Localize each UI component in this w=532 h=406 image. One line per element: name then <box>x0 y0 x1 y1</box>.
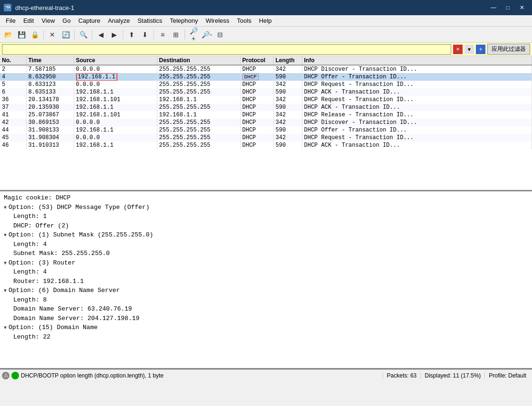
status-profile: Profile: Default <box>484 372 530 379</box>
cell-no: 6 <box>0 88 26 96</box>
toolbar-sep-1 <box>43 29 44 40</box>
menu-item-analyze[interactable]: Analyze <box>104 16 134 25</box>
menu-item-telephony[interactable]: Telephony <box>166 16 202 25</box>
minimize-button[interactable]: — <box>487 3 500 12</box>
col-header-source[interactable]: Source <box>74 56 157 65</box>
status-packets: Packets: 63 <box>383 372 421 379</box>
status-displayed: Displayed: 11 (17.5%) <box>420 372 484 379</box>
cell-destination: 255.255.255.255 <box>157 126 240 134</box>
toolbar-detail[interactable]: ⊞ <box>170 28 182 41</box>
toolbar-close[interactable]: 🔒 <box>29 28 41 41</box>
table-row[interactable]: 36 20.134178 192.168.1.101 192.168.1.1 D… <box>0 96 532 104</box>
toolbar-zoom-out[interactable]: 🔎- <box>201 28 213 41</box>
expand-arrow-icon: ▼ <box>4 325 7 330</box>
cell-protocol: DHCP <box>240 65 273 73</box>
toolbar-sep-3 <box>92 29 92 40</box>
menu-item-wireless[interactable]: Wireless <box>202 16 233 25</box>
toolbar-search[interactable]: 🔍 <box>77 28 89 41</box>
toolbar-save[interactable]: 💾 <box>15 28 28 41</box>
col-header-info[interactable]: Info <box>302 56 532 65</box>
filter-clear-button[interactable]: ✕ <box>453 45 463 54</box>
menu-item-view[interactable]: View <box>38 16 58 25</box>
cell-destination: 255.255.255.255 <box>157 104 240 111</box>
toolbar-sep-2 <box>74 29 75 40</box>
expand-arrow-icon: ▼ <box>4 261 7 266</box>
cell-info: DHCP Request - Transaction ID... <box>302 96 532 104</box>
table-row[interactable]: 41 25.073867 192.168.1.101 192.168.1.1 D… <box>0 111 532 119</box>
cell-destination: 255.255.255.255 <box>157 81 240 88</box>
cell-length: 342 <box>273 96 302 104</box>
cell-protocol: DHCP <box>240 111 273 119</box>
menubar: FileEditViewGoCaptureAnalyzeStatisticsTe… <box>0 15 532 27</box>
toolbar-next[interactable]: ▶ <box>108 28 120 41</box>
col-header-destination[interactable]: Destination <box>157 56 240 65</box>
menu-item-help[interactable]: Help <box>255 16 276 25</box>
table-row[interactable]: 42 30.869153 0.0.0.0 255.255.255.255 DHC… <box>0 119 532 126</box>
status-ok-icon <box>11 372 19 379</box>
cell-info: DHCP ACK - Transaction ID... <box>302 88 532 96</box>
close-button[interactable]: ✕ <box>516 3 528 12</box>
titlebar-controls: — □ ✕ <box>487 3 528 12</box>
cell-time: 8.633123 <box>26 81 74 88</box>
menu-item-edit[interactable]: Edit <box>19 16 38 25</box>
menu-item-capture[interactable]: Capture <box>75 16 104 25</box>
cell-no: 4 <box>0 73 26 81</box>
status-right: Packets: 63 Displayed: 11 (17.5%) Profil… <box>383 372 530 379</box>
menu-item-tools[interactable]: Tools <box>233 16 255 25</box>
cell-source: 192.168.1.1 <box>74 104 157 111</box>
detail-text-line: Length: 1 <box>13 212 528 221</box>
maximize-button[interactable]: □ <box>502 3 514 12</box>
proto-badge: DHCP <box>242 74 259 80</box>
menu-item-statistics[interactable]: Statistics <box>134 16 166 25</box>
cell-source: 192.168.1.1 <box>74 73 157 81</box>
table-row[interactable]: 45 31.908304 0.0.0.0 255.255.255.255 DHC… <box>0 134 532 142</box>
col-header-length[interactable]: Length <box>273 56 302 65</box>
toolbar-up[interactable]: ⬆ <box>126 28 138 41</box>
table-row[interactable]: 44 31.908133 192.168.1.1 255.255.255.255… <box>0 126 532 134</box>
cell-no: 44 <box>0 126 26 134</box>
col-header-no[interactable]: No. <box>0 56 26 65</box>
detail-expandable-line[interactable]: ▼Option: (6) Domain Name Server <box>4 286 528 295</box>
detail-expandable-line[interactable]: ▼Option: (3) Router <box>4 258 528 268</box>
packet-list[interactable]: No. Time Source Destination Protocol Len… <box>0 56 532 191</box>
toolbar-stop[interactable]: ✕ <box>46 28 58 41</box>
table-row[interactable]: 4 8.632950 192.168.1.1 255.255.255.255 D… <box>0 73 532 81</box>
toolbar-open[interactable]: 📂 <box>2 28 14 41</box>
window-title: dhcp-ethereal-trace-1 <box>15 4 74 11</box>
filter-history-button[interactable]: ▾ <box>464 45 474 54</box>
detail-expandable-line[interactable]: ▼Option: (1) Subnet Mask (255.255.255.0) <box>4 230 528 240</box>
menu-item-go[interactable]: Go <box>58 16 74 25</box>
cell-no: 41 <box>0 111 26 119</box>
cell-time: 20.135930 <box>26 104 74 111</box>
cell-no: 45 <box>0 134 26 142</box>
menu-item-file[interactable]: File <box>2 16 19 25</box>
table-row[interactable]: 37 20.135930 192.168.1.1 255.255.255.255… <box>0 104 532 111</box>
toolbar-down[interactable]: ⬇ <box>139 28 151 41</box>
titlebar: 🦈 dhcp-ethereal-trace-1 — □ ✕ <box>0 0 532 15</box>
toolbar-list[interactable]: ≡ <box>156 28 169 41</box>
toolbar-prev[interactable]: ◀ <box>95 28 107 41</box>
toolbar-zoom-in[interactable]: 🔎+ <box>187 28 200 41</box>
toolbar-zoom-fit[interactable]: ⊟ <box>214 28 226 41</box>
detail-expandable-line[interactable]: ▼Option: (53) DHCP Message Type (Offer) <box>4 203 528 212</box>
cell-time: 20.134178 <box>26 96 74 104</box>
table-row[interactable]: 46 31.910313 192.168.1.1 255.255.255.255… <box>0 142 532 149</box>
col-header-time[interactable]: Time <box>26 56 74 65</box>
table-row[interactable]: 2 7.587185 0.0.0.0 255.255.255.255 DHCP … <box>0 65 532 73</box>
cell-length: 590 <box>273 88 302 96</box>
statusbar: ⚠ DHCP/BOOTP option length (dhcp.option.… <box>0 369 532 381</box>
cell-time: 31.908133 <box>26 126 74 134</box>
filter-apply-button[interactable]: 应用此过滤器 <box>487 44 530 55</box>
cell-destination: 255.255.255.255 <box>157 88 240 96</box>
packet-detail[interactable]: Magic cookie: DHCP▼Option: (53) DHCP Mes… <box>0 191 532 369</box>
filter-save-button[interactable]: + <box>476 45 485 54</box>
table-row[interactable]: 5 8.633123 0.0.0.0 255.255.255.255 DHCP … <box>0 81 532 88</box>
cell-length: 342 <box>273 81 302 88</box>
col-header-protocol[interactable]: Protocol <box>240 56 273 65</box>
filter-input[interactable]: bootp <box>2 44 451 55</box>
cell-length: 342 <box>273 111 302 119</box>
detail-expandable-line[interactable]: ▼Option: (15) Domain Name <box>4 323 528 332</box>
cell-protocol: DHCP <box>240 73 273 81</box>
toolbar-restart[interactable]: 🔄 <box>59 28 72 41</box>
table-row[interactable]: 6 8.635133 192.168.1.1 255.255.255.255 D… <box>0 88 532 96</box>
